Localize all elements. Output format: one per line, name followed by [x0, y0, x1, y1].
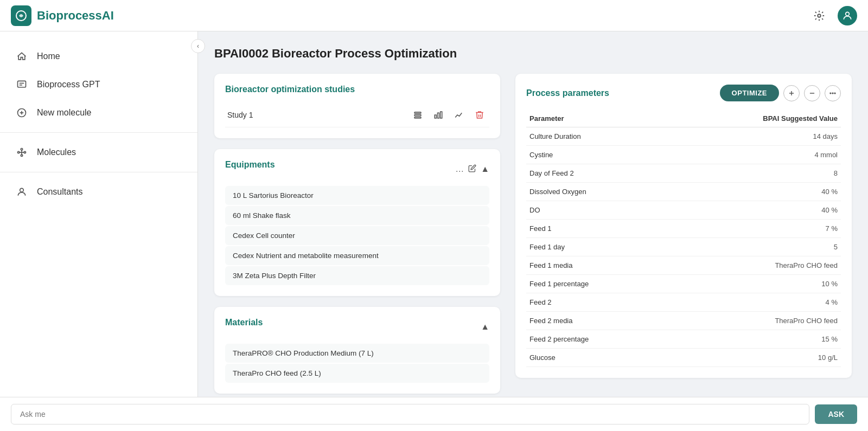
material-item: TheraPRO® CHO Production Medium (7 L)	[225, 344, 489, 363]
col-suggested: BPAI Suggested Value	[667, 110, 841, 127]
sidebar-item-new-molecule[interactable]: New molecule	[0, 99, 197, 127]
home-icon	[15, 50, 28, 63]
param-name: Feed 2 media	[526, 312, 667, 330]
sidebar-item-consultants-label: Consultants	[37, 187, 83, 197]
svg-point-27	[834, 93, 835, 94]
settings-icon[interactable]	[809, 6, 829, 25]
sidebar-item-bioprocess-gpt-label: Bioprocess GPT	[37, 80, 100, 89]
svg-rect-16	[414, 112, 421, 113]
sidebar-item-bioprocess-gpt[interactable]: Bioprocess GPT	[0, 70, 197, 99]
param-value: 40 %	[667, 183, 841, 201]
top-header: BioprocessAI	[0, 0, 868, 31]
materials-actions: ▲	[481, 322, 489, 332]
sidebar-item-molecules-label: Molecules	[37, 147, 76, 157]
ask-button[interactable]: ASK	[815, 404, 857, 424]
sidebar-nav: Home Bioprocess GPT	[0, 42, 197, 206]
table-row: Feed 1 media TheraPro CHO feed	[526, 256, 841, 275]
study-icons	[410, 107, 487, 123]
left-column: Bioreactor optimization studies Study 1	[214, 74, 500, 394]
param-name: Feed 1 media	[526, 256, 667, 275]
param-name: Glucose	[526, 349, 667, 367]
sidebar-item-new-molecule-label: New molecule	[37, 108, 91, 118]
svg-point-9	[18, 151, 20, 153]
param-name: Day of Feed 2	[526, 164, 667, 183]
sidebar-collapse-button[interactable]: ‹	[191, 39, 205, 53]
material-list: TheraPRO® CHO Production Medium (7 L) Th…	[225, 344, 489, 383]
materials-card: Materials ▲ TheraPRO® CHO Production Med…	[214, 307, 500, 394]
sidebar-item-home[interactable]: Home	[0, 42, 197, 70]
params-actions: OPTIMIZE	[720, 85, 841, 101]
molecules-icon	[15, 146, 28, 159]
sidebar-divider-2	[0, 172, 197, 172]
table-row: Feed 2 percentage 15 %	[526, 330, 841, 349]
table-row: Dissolved Oxygen 40 %	[526, 183, 841, 201]
page-title: BPAI0002 Bioreactor Process Optimization	[214, 47, 852, 61]
equipment-item: 3M Zeta Plus Depth Filter	[225, 266, 489, 285]
param-value: 8	[667, 164, 841, 183]
svg-point-11	[21, 149, 22, 150]
sidebar-item-home-label: Home	[37, 52, 60, 61]
param-value: 7 %	[667, 220, 841, 238]
param-value: 10 %	[667, 275, 841, 293]
svg-rect-19	[435, 115, 436, 118]
svg-rect-3	[18, 81, 26, 87]
equipments-more-icon[interactable]: …	[455, 164, 464, 174]
param-value: 4 %	[667, 293, 841, 312]
sidebar-item-molecules[interactable]: Molecules	[0, 138, 197, 166]
add-parameter-button[interactable]	[783, 85, 800, 101]
materials-header: Materials ▲	[225, 318, 489, 336]
param-value: 40 %	[667, 201, 841, 220]
param-name: Culture Duration	[526, 127, 667, 146]
study-list-icon[interactable]	[410, 107, 425, 123]
equipments-actions: … ▲	[455, 164, 489, 175]
study-row: Study 1	[225, 103, 489, 127]
equipments-edit-icon[interactable]	[468, 164, 476, 175]
svg-rect-21	[441, 112, 442, 118]
header-right	[809, 6, 857, 25]
study-delete-icon[interactable]	[472, 107, 487, 123]
material-item: TheraPro CHO feed (2.5 L)	[225, 364, 489, 383]
table-row: Feed 1 percentage 10 %	[526, 275, 841, 293]
svg-point-1	[818, 14, 821, 17]
col-parameter: Parameter	[526, 110, 667, 127]
user-avatar[interactable]	[838, 6, 857, 25]
equipment-item: 60 ml Shake flask	[225, 206, 489, 225]
logo-area: BioprocessAI	[11, 5, 114, 26]
chat-icon	[15, 78, 28, 91]
param-value: TheraPro CHO feed	[667, 312, 841, 330]
param-value: 10 g/L	[667, 349, 841, 367]
bioreactor-studies-card: Bioreactor optimization studies Study 1	[214, 74, 500, 138]
svg-point-15	[20, 188, 24, 192]
logo-text: BioprocessAI	[37, 9, 114, 23]
table-row: Feed 2 media TheraPro CHO feed	[526, 312, 841, 330]
remove-parameter-button[interactable]	[804, 85, 820, 101]
ask-bar: ASK	[0, 397, 868, 431]
table-row: Feed 1 day 5	[526, 238, 841, 256]
table-row: Cystine 4 mmol	[526, 146, 841, 164]
param-name: DO	[526, 201, 667, 220]
sidebar-item-consultants[interactable]: Consultants	[0, 178, 197, 206]
materials-collapse-icon[interactable]: ▲	[481, 322, 489, 332]
svg-rect-17	[414, 114, 421, 115]
sidebar: ‹ Home	[0, 31, 198, 397]
equipment-list: 10 L Sartorius Bioreactor 60 ml Shake fl…	[225, 186, 489, 285]
ask-input[interactable]	[11, 404, 809, 424]
optimize-button[interactable]: OPTIMIZE	[720, 85, 779, 101]
equipments-title: Equipments	[225, 160, 275, 170]
study-line-chart-icon[interactable]	[451, 107, 467, 123]
bioreactor-studies-title: Bioreactor optimization studies	[225, 85, 489, 94]
table-row: DO 40 %	[526, 201, 841, 220]
more-options-button[interactable]	[825, 85, 841, 101]
logo-icon	[11, 5, 31, 26]
study-bar-chart-icon[interactable]	[431, 107, 446, 123]
param-name: Feed 2	[526, 293, 667, 312]
table-row: Day of Feed 2 8	[526, 164, 841, 183]
param-name: Dissolved Oxygen	[526, 183, 667, 201]
param-name: Feed 1 percentage	[526, 275, 667, 293]
equipments-card: Equipments … ▲	[214, 149, 500, 296]
svg-point-12	[21, 155, 22, 156]
equipments-collapse-icon[interactable]: ▲	[481, 164, 489, 174]
svg-point-25	[830, 93, 831, 94]
process-params-card: Process parameters OPTIMIZE	[515, 74, 852, 378]
table-row: Feed 1 7 %	[526, 220, 841, 238]
